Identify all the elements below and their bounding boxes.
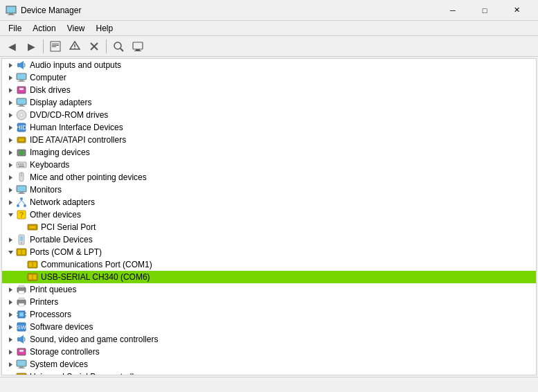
menu-view[interactable]: View — [62, 22, 91, 35]
expand-arrow-5[interactable] — [5, 109, 16, 121]
svg-rect-1 — [9, 13, 13, 15]
tree-item-4[interactable]: Display adapters — [2, 96, 536, 109]
tree-item-2[interactable]: Computer — [2, 71, 536, 84]
expand-arrow-14[interactable] — [16, 222, 27, 233]
toolbar-separator-1 — [43, 39, 44, 53]
svg-rect-83 — [19, 291, 24, 294]
expand-arrow-22[interactable] — [5, 321, 16, 332]
tree-item-label-20: Printers — [30, 297, 58, 307]
tree-item-7[interactable]: IDE ATA/ATAPI controllers — [2, 134, 536, 146]
maximize-button[interactable]: □ — [469, 0, 501, 21]
tree-item-14[interactable]: PCI Serial Port — [2, 221, 536, 233]
tree-item-17[interactable]: Communications Port (COM1) — [2, 258, 536, 271]
expand-arrow-25[interactable] — [5, 359, 16, 370]
svg-rect-18 — [17, 63, 20, 67]
svg-text:HID: HID — [16, 124, 27, 131]
svg-rect-109 — [17, 373, 26, 375]
tree-item-21[interactable]: Processors — [2, 308, 536, 321]
title-bar: Device Manager ─ □ ✕ — [0, 0, 538, 21]
tree-item-19[interactable]: Print queues — [2, 283, 536, 296]
tree-item-label-2: Computer — [30, 73, 66, 82]
tree-item-20[interactable]: Printers — [2, 296, 536, 308]
expand-arrow-8[interactable] — [5, 147, 16, 158]
tree-item-12[interactable]: Network adapters — [2, 196, 536, 208]
tree-item-10[interactable]: Mice and other pointing devices — [2, 171, 536, 184]
tree-item-5[interactable]: DVD/CD-ROM drives — [2, 109, 536, 121]
properties-button[interactable] — [46, 38, 64, 55]
expand-arrow-3[interactable] — [5, 84, 16, 96]
display-icon — [16, 97, 27, 108]
expand-arrow-1[interactable] — [5, 60, 16, 71]
expand-arrow-17[interactable] — [16, 259, 27, 270]
expand-arrow-20[interactable] — [5, 296, 16, 308]
tree-item-9[interactable]: Keyboards — [2, 159, 536, 171]
svg-rect-52 — [17, 186, 26, 192]
svg-marker-80 — [9, 287, 12, 292]
svg-point-42 — [19, 151, 24, 155]
expand-arrow-15[interactable] — [5, 234, 16, 245]
tree-item-23[interactable]: Sound, video and game controllers — [2, 333, 536, 346]
svg-rect-54 — [18, 193, 25, 194]
menu-help[interactable]: Help — [91, 22, 119, 35]
expand-arrow-9[interactable] — [5, 159, 16, 170]
tree-item-26[interactable]: Universal Serial Bus controllers — [2, 371, 536, 375]
tree-item-13[interactable]: ?Other devices — [2, 208, 536, 221]
expand-arrow-24[interactable] — [5, 346, 16, 357]
tree-item-18[interactable]: USB-SERIAL CH340 (COM6) — [2, 271, 536, 283]
minimize-button[interactable]: ─ — [437, 0, 469, 21]
svg-marker-84 — [9, 300, 12, 305]
usb-icon — [16, 371, 27, 375]
svg-line-59 — [18, 200, 21, 204]
tree-item-11[interactable]: Monitors — [2, 184, 536, 196]
svg-marker-51 — [9, 188, 12, 193]
menu-action[interactable]: Action — [27, 22, 61, 35]
expand-arrow-21[interactable] — [5, 309, 16, 320]
device-tree[interactable]: Audio inputs and outputsComputerDisk dri… — [1, 58, 537, 375]
tree-item-1[interactable]: Audio inputs and outputs — [2, 59, 536, 71]
expand-arrow-10[interactable] — [5, 172, 16, 183]
svg-rect-39 — [19, 139, 24, 141]
port-icon — [27, 259, 38, 270]
svg-point-12 — [114, 42, 121, 49]
svg-rect-78 — [29, 275, 32, 279]
svg-rect-107 — [18, 368, 25, 368]
svg-rect-46 — [20, 163, 21, 165]
expand-arrow-6[interactable] — [5, 122, 16, 133]
expand-arrow-19[interactable] — [5, 284, 16, 295]
display-button[interactable] — [129, 38, 147, 55]
expand-arrow-4[interactable] — [5, 97, 16, 108]
tree-item-15[interactable]: Portable Devices — [2, 233, 536, 246]
uninstall-button[interactable] — [85, 38, 103, 55]
expand-arrow-2[interactable] — [5, 72, 16, 83]
update-driver-button[interactable] — [66, 38, 84, 55]
app-icon — [6, 5, 17, 16]
expand-arrow-13[interactable] — [5, 209, 16, 220]
menu-file[interactable]: File — [3, 22, 27, 35]
expand-arrow-26[interactable] — [5, 371, 16, 375]
expand-arrow-12[interactable] — [5, 197, 16, 208]
tree-item-3[interactable]: Disk drives — [2, 84, 536, 96]
expand-arrow-23[interactable] — [5, 334, 16, 345]
tree-item-6[interactable]: HIDHuman Interface Devices — [2, 121, 536, 134]
svg-rect-29 — [19, 105, 24, 106]
forward-button[interactable]: ▶ — [22, 38, 40, 55]
expand-arrow-7[interactable] — [5, 134, 16, 145]
tree-item-label-4: Display adapters — [30, 98, 91, 107]
svg-marker-40 — [9, 150, 12, 155]
svg-marker-100 — [20, 335, 24, 344]
tree-item-8[interactable]: Imaging devices — [2, 146, 536, 159]
svg-line-13 — [120, 48, 123, 51]
svg-point-33 — [20, 114, 23, 116]
tree-item-label-15: Portable Devices — [30, 235, 93, 244]
tree-item-22[interactable]: SWSoftware devices — [2, 321, 536, 333]
back-button[interactable]: ◀ — [3, 38, 21, 55]
tree-item-16[interactable]: Ports (COM & LPT) — [2, 246, 536, 258]
tree-item-label-3: Disk drives — [30, 85, 71, 95]
tree-item-25[interactable]: System devices — [2, 358, 536, 371]
expand-arrow-18[interactable] — [16, 271, 27, 283]
close-button[interactable]: ✕ — [501, 0, 532, 21]
expand-arrow-11[interactable] — [5, 184, 16, 195]
tree-item-24[interactable]: Storage controllers — [2, 346, 536, 358]
scan-button[interactable] — [109, 38, 127, 55]
expand-arrow-16[interactable] — [5, 247, 16, 258]
